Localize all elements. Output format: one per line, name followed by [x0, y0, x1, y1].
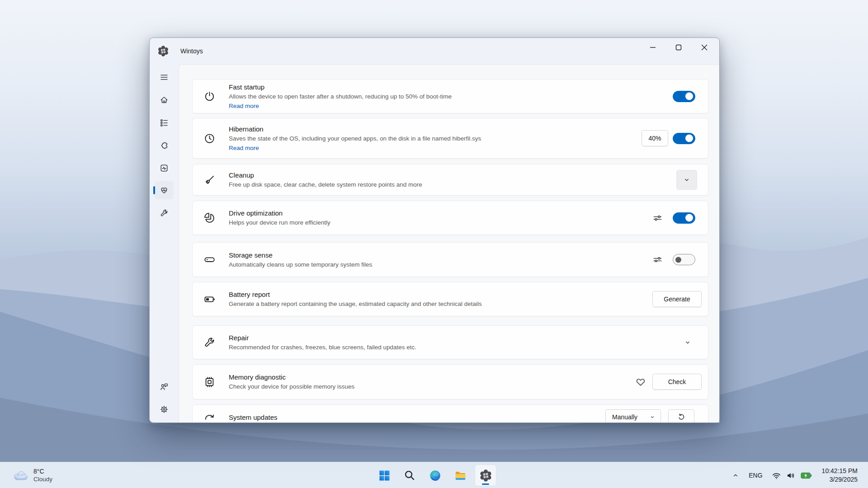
wrench-icon: [160, 208, 169, 217]
sync-icon: [203, 413, 216, 422]
row-description: Saves the state of the OS, including you…: [229, 134, 481, 143]
settings-gear-icon: [160, 405, 169, 414]
memory-chip-icon: [203, 376, 216, 388]
tray-chevron-button[interactable]: [728, 466, 743, 484]
options-sliders-icon[interactable]: [652, 254, 663, 265]
edge-icon: [429, 469, 441, 482]
desktop: { "window": { "title": "Wintoys", "contr…: [0, 0, 868, 488]
weather-widget[interactable]: 8°C Cloudy: [8, 465, 56, 486]
sidebar-item-feedback[interactable]: [155, 378, 174, 396]
row-title: Storage sense: [229, 251, 372, 260]
feedback-icon: [160, 382, 169, 391]
undo-icon: [677, 413, 686, 422]
search-button[interactable]: [399, 465, 420, 486]
sidebar-item-tweaks[interactable]: [155, 204, 174, 222]
system-tray: ENG 10:42:15 PM 3/29/2025: [728, 462, 868, 488]
row-title: Memory diagnostic: [229, 373, 354, 382]
row-description: Generate a battery report containing the…: [229, 300, 482, 308]
row-description: Automatically cleans up some temporary s…: [229, 260, 372, 269]
card-memory-diagnostic: Memory diagnostic Check your device for …: [192, 364, 708, 399]
tray-date: 3/29/2025: [822, 475, 858, 484]
sidebar-item-settings[interactable]: [155, 400, 174, 418]
battery-charging-icon: [801, 472, 812, 479]
health-icon: [160, 186, 169, 195]
file-explorer-button[interactable]: [449, 465, 471, 486]
row-description: Check your device for possible memory is…: [229, 382, 354, 391]
start-button[interactable]: [373, 465, 395, 486]
puzzle-icon: [160, 141, 169, 150]
card-fast-startup: Fast startup Allows the device to open f…: [192, 79, 708, 113]
titlebar: Wintoys: [150, 38, 719, 64]
fast-startup-toggle[interactable]: [673, 91, 695, 102]
row-title: Cleanup: [229, 171, 422, 180]
row-description: Free up disk space, clear cache, delete …: [229, 180, 422, 189]
hibernation-size-button[interactable]: 40%: [642, 130, 668, 146]
wifi-icon: [772, 471, 781, 480]
maximize-button[interactable]: [668, 39, 689, 56]
row-title: System updates: [229, 413, 278, 422]
selected-indicator: [153, 186, 155, 194]
wintoys-icon: [479, 469, 492, 482]
storage-sense-toggle[interactable]: [673, 254, 695, 265]
hibernation-toggle[interactable]: [673, 133, 695, 144]
weather-temperature: 8°C: [33, 468, 52, 475]
repair-expander-button[interactable]: [681, 336, 694, 349]
generate-button[interactable]: Generate: [652, 291, 702, 307]
dropdown-value: Manually: [612, 413, 637, 421]
tray-status-icons[interactable]: [768, 466, 816, 484]
battery-icon: [203, 293, 216, 305]
updates-mode-dropdown[interactable]: Manually: [605, 409, 661, 422]
broom-icon: [203, 174, 216, 186]
file-explorer-icon: [454, 469, 467, 482]
power-icon: [203, 90, 216, 103]
search-icon: [404, 469, 415, 481]
card-storage-sense: Storage sense Automatically cleans up so…: [192, 242, 708, 277]
card-cleanup: Cleanup Free up disk space, clear cache,…: [192, 164, 708, 196]
read-more-link[interactable]: Read more: [229, 102, 259, 110]
sidebar-item-health[interactable]: [155, 181, 174, 199]
wintoys-app-icon: [157, 45, 169, 57]
minimize-button[interactable]: [642, 39, 663, 56]
chevron-up-icon: [731, 471, 740, 479]
row-title: Fast startup: [229, 83, 452, 92]
window-title: Wintoys: [180, 38, 203, 64]
chevron-down-icon: [682, 175, 691, 184]
updates-reset-button[interactable]: [668, 409, 694, 422]
row-title: Battery report: [229, 290, 482, 299]
card-system-updates: System updates Manually: [192, 404, 708, 422]
sidebar-item-apps[interactable]: [155, 114, 174, 132]
read-more-link[interactable]: Read more: [229, 144, 259, 152]
wintoys-window: Wintoys: [149, 38, 720, 423]
nav-menu-button[interactable]: [155, 68, 174, 86]
row-title: Drive optimization: [229, 209, 330, 218]
check-button[interactable]: Check: [652, 374, 702, 390]
favorite-heart-icon[interactable]: [635, 376, 646, 388]
drive-optimization-toggle[interactable]: [673, 212, 695, 224]
sidebar-item-bloatware[interactable]: [155, 136, 174, 155]
tray-time: 10:42:15 PM: [822, 467, 858, 475]
storage-icon: [203, 253, 216, 266]
row-title: Hibernation: [229, 125, 481, 134]
wintoys-taskbar-button[interactable]: [475, 465, 496, 486]
performance-icon: [160, 164, 169, 173]
row-description: Recommended for crashes, freezes, blue s…: [229, 343, 416, 352]
card-battery-report: Battery report Generate a battery report…: [192, 282, 708, 316]
sidebar-item-home[interactable]: [155, 91, 174, 109]
chevron-down-icon: [649, 413, 656, 421]
options-sliders-icon[interactable]: [652, 213, 663, 223]
edge-button[interactable]: [424, 465, 446, 486]
sidebar-item-performance[interactable]: [155, 159, 174, 177]
menu-icon: [160, 73, 169, 82]
pie-chart-icon: [203, 212, 216, 224]
home-icon: [160, 95, 169, 104]
card-drive-optimization: Drive optimization Helps your device run…: [192, 201, 708, 235]
language-indicator[interactable]: ENG: [743, 466, 768, 484]
apps-icon: [160, 118, 169, 127]
cleanup-expander-button[interactable]: [676, 170, 697, 190]
clock[interactable]: 10:42:15 PM 3/29/2025: [816, 467, 868, 484]
close-button[interactable]: [694, 39, 715, 56]
row-description: Allows the device to open faster after a…: [229, 92, 452, 101]
chevron-down-icon: [683, 338, 692, 347]
weather-condition: Cloudy: [33, 475, 52, 483]
windows-start-icon: [378, 469, 391, 482]
